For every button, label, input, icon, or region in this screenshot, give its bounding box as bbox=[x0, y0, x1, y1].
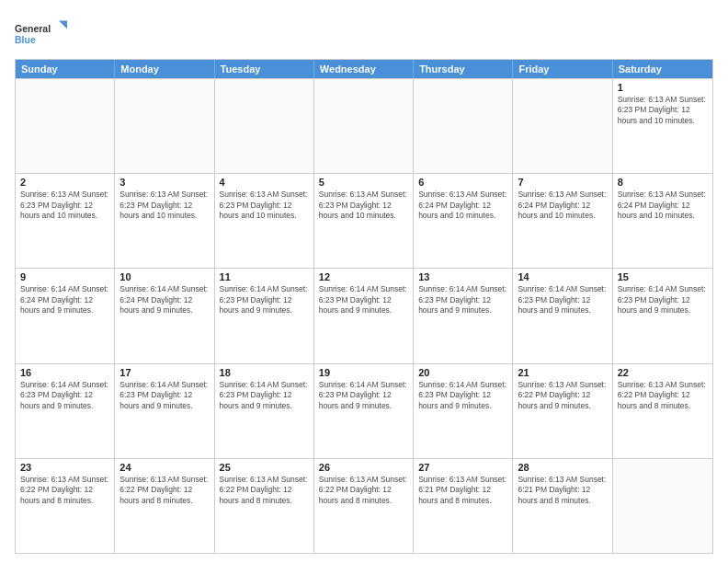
day-info: Sunrise: 6:13 AM Sunset: 6:23 PM Dayligh… bbox=[319, 190, 408, 221]
day-info: Sunrise: 6:14 AM Sunset: 6:23 PM Dayligh… bbox=[20, 380, 109, 411]
weekday-header-saturday: Saturday bbox=[613, 60, 712, 78]
day-cell-22: 22Sunrise: 6:13 AM Sunset: 6:22 PM Dayli… bbox=[613, 364, 712, 458]
day-info: Sunrise: 6:13 AM Sunset: 6:22 PM Dayligh… bbox=[319, 475, 408, 506]
day-cell-empty bbox=[115, 79, 214, 173]
weekday-header-thursday: Thursday bbox=[414, 60, 513, 78]
day-number: 17 bbox=[119, 367, 209, 378]
day-cell-empty bbox=[215, 79, 314, 173]
day-info: Sunrise: 6:13 AM Sunset: 6:24 PM Dayligh… bbox=[618, 190, 708, 221]
day-info: Sunrise: 6:13 AM Sunset: 6:23 PM Dayligh… bbox=[220, 190, 309, 221]
day-number: 9 bbox=[20, 271, 109, 282]
day-info: Sunrise: 6:13 AM Sunset: 6:22 PM Dayligh… bbox=[518, 380, 607, 411]
day-number: 16 bbox=[20, 367, 109, 378]
day-cell-6: 6Sunrise: 6:13 AM Sunset: 6:24 PM Daylig… bbox=[414, 174, 513, 268]
day-cell-3: 3Sunrise: 6:13 AM Sunset: 6:23 PM Daylig… bbox=[115, 174, 214, 268]
svg-marker-2 bbox=[59, 21, 67, 29]
day-info: Sunrise: 6:14 AM Sunset: 6:23 PM Dayligh… bbox=[220, 284, 309, 316]
day-info: Sunrise: 6:14 AM Sunset: 6:24 PM Dayligh… bbox=[119, 284, 209, 316]
day-cell-20: 20Sunrise: 6:14 AM Sunset: 6:23 PM Dayli… bbox=[414, 364, 513, 458]
day-info: Sunrise: 6:13 AM Sunset: 6:23 PM Dayligh… bbox=[20, 190, 109, 221]
day-info: Sunrise: 6:13 AM Sunset: 6:24 PM Dayligh… bbox=[518, 190, 607, 221]
day-number: 6 bbox=[418, 177, 507, 188]
day-info: Sunrise: 6:13 AM Sunset: 6:22 PM Dayligh… bbox=[119, 475, 209, 506]
calendar-header: SundayMondayTuesdayWednesdayThursdayFrid… bbox=[16, 60, 712, 78]
day-number: 25 bbox=[220, 462, 309, 473]
day-cell-16: 16Sunrise: 6:14 AM Sunset: 6:23 PM Dayli… bbox=[16, 364, 115, 458]
day-cell-15: 15Sunrise: 6:14 AM Sunset: 6:23 PM Dayli… bbox=[613, 269, 712, 362]
day-number: 13 bbox=[418, 271, 507, 282]
day-cell-9: 9Sunrise: 6:14 AM Sunset: 6:24 PM Daylig… bbox=[16, 269, 115, 362]
day-number: 3 bbox=[119, 177, 209, 188]
day-cell-empty bbox=[613, 459, 712, 553]
svg-text:Blue: Blue bbox=[15, 34, 36, 45]
day-number: 28 bbox=[518, 462, 607, 473]
day-cell-2: 2Sunrise: 6:13 AM Sunset: 6:23 PM Daylig… bbox=[16, 174, 115, 268]
day-info: Sunrise: 6:14 AM Sunset: 6:23 PM Dayligh… bbox=[618, 284, 708, 316]
day-cell-empty bbox=[314, 79, 414, 173]
calendar: SundayMondayTuesdayWednesdayThursdayFrid… bbox=[15, 59, 713, 554]
day-number: 12 bbox=[319, 271, 408, 282]
day-cell-18: 18Sunrise: 6:14 AM Sunset: 6:23 PM Dayli… bbox=[215, 364, 314, 458]
weekday-header-monday: Monday bbox=[115, 60, 214, 78]
day-cell-4: 4Sunrise: 6:13 AM Sunset: 6:23 PM Daylig… bbox=[215, 174, 314, 268]
day-number: 1 bbox=[618, 82, 708, 93]
day-cell-13: 13Sunrise: 6:14 AM Sunset: 6:23 PM Dayli… bbox=[414, 269, 513, 362]
day-cell-24: 24Sunrise: 6:13 AM Sunset: 6:22 PM Dayli… bbox=[115, 459, 214, 553]
day-cell-11: 11Sunrise: 6:14 AM Sunset: 6:23 PM Dayli… bbox=[215, 269, 314, 362]
day-number: 4 bbox=[220, 177, 309, 188]
day-cell-25: 25Sunrise: 6:13 AM Sunset: 6:22 PM Dayli… bbox=[215, 459, 314, 553]
day-info: Sunrise: 6:13 AM Sunset: 6:21 PM Dayligh… bbox=[518, 475, 607, 506]
day-info: Sunrise: 6:14 AM Sunset: 6:23 PM Dayligh… bbox=[418, 284, 507, 316]
weekday-header-sunday: Sunday bbox=[16, 60, 115, 78]
day-cell-7: 7Sunrise: 6:13 AM Sunset: 6:24 PM Daylig… bbox=[513, 174, 612, 268]
day-number: 20 bbox=[418, 367, 507, 378]
week-row-1: 1Sunrise: 6:13 AM Sunset: 6:23 PM Daylig… bbox=[16, 78, 712, 173]
week-row-4: 16Sunrise: 6:14 AM Sunset: 6:23 PM Dayli… bbox=[16, 363, 712, 458]
day-number: 8 bbox=[618, 177, 708, 188]
week-row-3: 9Sunrise: 6:14 AM Sunset: 6:24 PM Daylig… bbox=[16, 268, 712, 362]
svg-text:General: General bbox=[15, 23, 51, 34]
day-number: 18 bbox=[220, 367, 309, 378]
day-number: 2 bbox=[20, 177, 109, 188]
day-info: Sunrise: 6:13 AM Sunset: 6:23 PM Dayligh… bbox=[618, 95, 708, 126]
day-cell-14: 14Sunrise: 6:14 AM Sunset: 6:23 PM Dayli… bbox=[513, 269, 612, 362]
day-number: 11 bbox=[220, 271, 309, 282]
day-cell-10: 10Sunrise: 6:14 AM Sunset: 6:24 PM Dayli… bbox=[115, 269, 214, 362]
day-info: Sunrise: 6:13 AM Sunset: 6:22 PM Dayligh… bbox=[618, 380, 708, 411]
day-cell-12: 12Sunrise: 6:14 AM Sunset: 6:23 PM Dayli… bbox=[314, 269, 414, 362]
day-number: 22 bbox=[618, 367, 708, 378]
day-number: 19 bbox=[319, 367, 408, 378]
day-number: 23 bbox=[20, 462, 109, 473]
day-cell-empty bbox=[16, 79, 115, 173]
day-cell-19: 19Sunrise: 6:14 AM Sunset: 6:23 PM Dayli… bbox=[314, 364, 414, 458]
day-info: Sunrise: 6:14 AM Sunset: 6:23 PM Dayligh… bbox=[319, 380, 408, 411]
day-number: 27 bbox=[418, 462, 507, 473]
day-cell-1: 1Sunrise: 6:13 AM Sunset: 6:23 PM Daylig… bbox=[613, 79, 712, 173]
logo-svg: General Blue bbox=[15, 15, 70, 52]
day-number: 5 bbox=[319, 177, 408, 188]
day-number: 15 bbox=[618, 271, 708, 282]
day-info: Sunrise: 6:13 AM Sunset: 6:21 PM Dayligh… bbox=[418, 475, 507, 506]
day-cell-26: 26Sunrise: 6:13 AM Sunset: 6:22 PM Dayli… bbox=[314, 459, 414, 553]
day-info: Sunrise: 6:14 AM Sunset: 6:23 PM Dayligh… bbox=[518, 284, 607, 316]
day-cell-21: 21Sunrise: 6:13 AM Sunset: 6:22 PM Dayli… bbox=[513, 364, 612, 458]
week-row-2: 2Sunrise: 6:13 AM Sunset: 6:23 PM Daylig… bbox=[16, 173, 712, 268]
day-number: 21 bbox=[518, 367, 607, 378]
logo: General Blue bbox=[15, 15, 70, 52]
weekday-header-friday: Friday bbox=[513, 60, 612, 78]
day-info: Sunrise: 6:13 AM Sunset: 6:23 PM Dayligh… bbox=[119, 190, 209, 221]
day-number: 10 bbox=[119, 271, 209, 282]
day-number: 24 bbox=[119, 462, 209, 473]
day-cell-8: 8Sunrise: 6:13 AM Sunset: 6:24 PM Daylig… bbox=[613, 174, 712, 268]
day-info: Sunrise: 6:14 AM Sunset: 6:23 PM Dayligh… bbox=[119, 380, 209, 411]
day-number: 26 bbox=[319, 462, 408, 473]
day-cell-empty bbox=[414, 79, 513, 173]
week-row-5: 23Sunrise: 6:13 AM Sunset: 6:22 PM Dayli… bbox=[16, 458, 712, 553]
weekday-header-wednesday: Wednesday bbox=[314, 60, 414, 78]
day-cell-17: 17Sunrise: 6:14 AM Sunset: 6:23 PM Dayli… bbox=[115, 364, 214, 458]
page-header: General Blue bbox=[15, 15, 713, 52]
day-cell-27: 27Sunrise: 6:13 AM Sunset: 6:21 PM Dayli… bbox=[414, 459, 513, 553]
calendar-body: 1Sunrise: 6:13 AM Sunset: 6:23 PM Daylig… bbox=[16, 78, 712, 553]
day-info: Sunrise: 6:14 AM Sunset: 6:23 PM Dayligh… bbox=[220, 380, 309, 411]
day-number: 7 bbox=[518, 177, 607, 188]
